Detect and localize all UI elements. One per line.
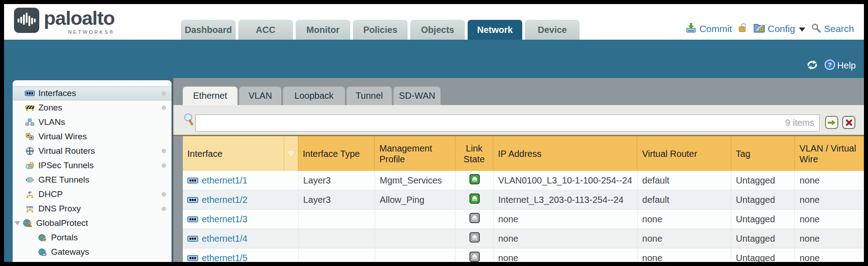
help-button[interactable]: ? Help (824, 59, 856, 72)
link-state-down-icon (469, 232, 480, 245)
sidebar-item-gre-tunnels[interactable]: GRE Tunnels (13, 173, 172, 187)
virtual-wires-icon (25, 133, 35, 140)
link-state-down-icon (469, 252, 480, 262)
sidebar-item-virtual-routers[interactable]: Virtual Routers (13, 144, 172, 158)
interface-link[interactable]: ethernet1/3 (202, 214, 247, 225)
column-header-ip-address[interactable]: IP Address (493, 136, 637, 171)
tab-vlan[interactable]: VLAN (239, 87, 281, 105)
sidebar-item-dhcp[interactable]: IP DHCP (13, 187, 172, 202)
portals-icon (37, 234, 47, 242)
sidebar-item-globalprotect[interactable]: GlobalProtect (13, 216, 172, 230)
interfaces-icon (25, 91, 35, 96)
item-dot (162, 206, 166, 211)
filter-bar: 9 items (173, 105, 864, 136)
cell-interface-type: Layer3 (299, 190, 376, 209)
link-state-up-icon (469, 174, 480, 187)
brand-name: paloalto (44, 8, 115, 28)
interface-link[interactable]: ethernet1/4 (202, 234, 247, 244)
main-nav: Dashboard ACC Monitor Policies Objects N… (181, 20, 580, 40)
config-icon (753, 23, 765, 35)
chevron-down-icon (799, 28, 805, 32)
cell-virtual-router: default (638, 171, 731, 190)
vlans-icon (25, 119, 35, 126)
column-header-vlan-virtual-wire[interactable]: VLAN / Virtual Wire (795, 136, 864, 171)
tab-sdwan[interactable]: SD-WAN (394, 87, 441, 105)
sidebar-item-dns-proxy[interactable]: DNS DNS Proxy (13, 202, 172, 216)
column-header-tag[interactable]: Tag (731, 136, 795, 171)
gateways-icon (37, 248, 47, 256)
lock-button[interactable] (738, 23, 747, 35)
expand-arrow-icon[interactable] (15, 221, 21, 225)
tab-monitor[interactable]: Monitor (296, 20, 350, 40)
sort-triangle-icon (288, 151, 294, 156)
sidebar-item-ipsec-tunnels[interactable]: IPSec Tunnels (13, 158, 172, 173)
apply-filter-button[interactable] (825, 116, 838, 129)
sidebar-item-virtual-wires[interactable]: Virtual Wires (13, 129, 172, 144)
tab-loopback[interactable]: Loopback (283, 87, 345, 105)
tab-objects[interactable]: Objects (410, 20, 465, 40)
tab-device[interactable]: Device (525, 20, 580, 40)
column-header-interface[interactable]: Interface (183, 136, 298, 171)
paloalto-logo: paloalto NETWORKS® (14, 8, 115, 35)
column-menu-button[interactable] (284, 136, 298, 171)
filter-search-icon (183, 113, 194, 128)
tab-dashboard[interactable]: Dashboard (181, 20, 236, 40)
ethernet-port-icon (187, 236, 198, 242)
cell-vlan: none (795, 248, 864, 262)
content-toolbar: ? Help (806, 59, 856, 72)
item-dot (162, 149, 166, 153)
filter-input[interactable] (195, 115, 820, 132)
cell-ip-address: none (494, 210, 638, 229)
column-header-virtual-router[interactable]: Virtual Router (637, 136, 731, 171)
cell-vlan: none (795, 190, 864, 209)
ethernet-port-icon (187, 197, 198, 203)
interfaces-table: Interface Interface Type Management Prof… (183, 136, 864, 262)
top-bar: paloalto NETWORKS® Dashboard ACC Monitor… (4, 4, 864, 40)
virtual-routers-icon (25, 147, 35, 155)
link-state-down-icon (469, 213, 480, 225)
items-count: 9 items (785, 118, 814, 128)
link-state-up-icon (469, 193, 480, 206)
refresh-icon[interactable] (806, 60, 818, 72)
brand-sub: NETWORKS® (68, 29, 115, 35)
sidebar-item-vlans[interactable]: VLANs (13, 115, 172, 129)
ethernet-port-icon (187, 216, 198, 222)
cell-vlan: none (795, 229, 864, 248)
svg-text:IP: IP (28, 191, 31, 195)
interface-link[interactable]: ethernet1/5 (202, 253, 247, 262)
item-dot (162, 192, 166, 197)
dhcp-icon: IP (25, 191, 35, 198)
sidebar-item-portals[interactable]: Portals (13, 230, 172, 245)
svg-text:DNS: DNS (27, 206, 33, 209)
table-row: ethernet1/2 Layer3 Allow_Ping Internet_L… (183, 190, 864, 210)
table-row: ethernet1/1 Layer3 Mgmt_Services VLAN010… (183, 171, 864, 190)
column-header-management-profile[interactable]: Management Profile (375, 136, 455, 171)
cell-tag: Untagged (731, 210, 795, 229)
gre-tunnels-icon (25, 177, 35, 183)
tab-policies[interactable]: Policies (353, 20, 408, 40)
sidebar-item-gateways[interactable]: Gateways (13, 245, 172, 259)
cell-virtual-router: none (638, 248, 731, 262)
main-panel: Ethernet VLAN Loopback Tunnel SD-WAN 9 i… (172, 78, 864, 262)
zones-icon (25, 105, 35, 111)
sidebar-item-interfaces[interactable]: Interfaces (13, 86, 172, 101)
tab-tunnel[interactable]: Tunnel (347, 87, 392, 105)
cell-tag: Untagged (731, 248, 795, 262)
column-header-interface-type[interactable]: Interface Type (298, 136, 375, 171)
column-header-link-state[interactable]: Link State (455, 136, 493, 171)
interface-link[interactable]: ethernet1/2 (202, 195, 247, 205)
cell-management-profile (375, 229, 455, 248)
clear-filter-button[interactable] (842, 116, 855, 129)
interface-link[interactable]: ethernet1/1 (202, 175, 247, 186)
commit-button[interactable]: Commit (686, 23, 732, 35)
cell-interface-type (299, 210, 376, 229)
tab-acc[interactable]: ACC (238, 20, 293, 40)
tab-ethernet[interactable]: Ethernet (183, 87, 237, 105)
tab-network[interactable]: Network (468, 20, 522, 40)
table-row: ethernet1/5 none none Untagged none (183, 248, 864, 262)
sidebar-item-zones[interactable]: Zones (13, 101, 172, 115)
search-button[interactable]: Search (811, 23, 854, 35)
cell-virtual-router: default (638, 190, 731, 209)
config-button[interactable]: Config (753, 23, 806, 35)
table-body: ethernet1/1 Layer3 Mgmt_Services VLAN010… (183, 171, 864, 262)
